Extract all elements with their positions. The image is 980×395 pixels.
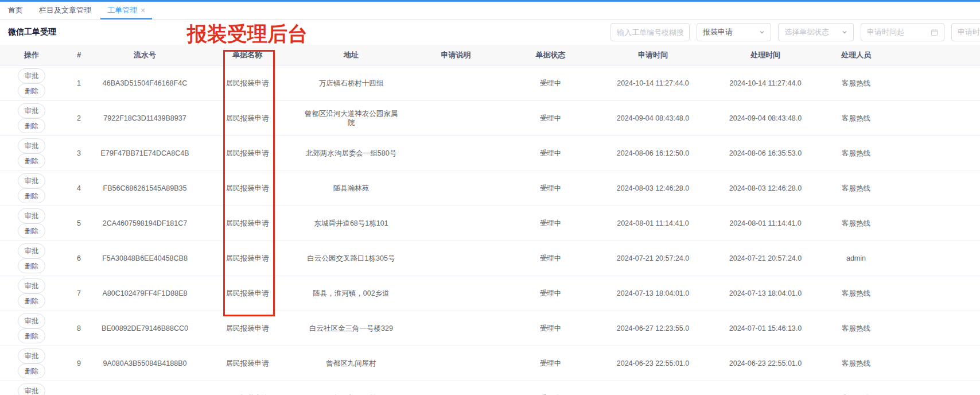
- cell-handler: 客服热线: [817, 65, 895, 100]
- cell-filler: [895, 206, 980, 241]
- cell-address: 东城舜井道68号1栋101: [300, 206, 403, 241]
- cell-index: 9: [63, 346, 95, 381]
- delete-button[interactable]: 删除: [18, 188, 45, 203]
- delete-button[interactable]: 删除: [18, 293, 45, 308]
- tab-home[interactable]: 首页: [0, 2, 31, 19]
- col-header-address: 地址: [300, 45, 403, 65]
- cell-index: 1: [63, 65, 95, 100]
- cell-apply-time: 2024-08-06 16:12:50.0: [592, 135, 714, 171]
- cell-process-time: 2024-09-04 08:43:48.0: [714, 100, 817, 135]
- cell-apply-time: 2024-06-27 12:23:55.0: [592, 311, 714, 346]
- table-header-row: 操作 # 流水号 单据名称 地址 申请说明 单据状态 申请时间 处理时间 处理人…: [0, 45, 980, 65]
- cell-description: [403, 171, 509, 206]
- delete-button[interactable]: 删除: [18, 223, 45, 238]
- doc-type-select-value: 报装申请: [703, 27, 733, 37]
- cell-process-time: 2024-06-23 22:55:01.0: [714, 346, 817, 381]
- cell-description: [403, 241, 509, 276]
- cell-process-time: 2024-08-06 16:35:53.0: [714, 135, 817, 171]
- cell-filler: [895, 311, 980, 346]
- table-row: 审批删除 7 A80C102479FF4F1D88E8 居民报装申请 随县，淮河…: [0, 276, 980, 311]
- cell-status: 受理中: [509, 381, 592, 395]
- cell-filler: [895, 241, 980, 276]
- cell-doc-name: 居民报装申请: [195, 135, 300, 171]
- cell-process-time: 2024-10-14 11:27:44.0: [714, 65, 817, 100]
- cell-description: [403, 100, 509, 135]
- cell-doc-name: 居民报装申请: [195, 100, 300, 135]
- cell-description: [403, 135, 509, 171]
- cell-apply-time: 2024-06-23 22:55:01.0: [592, 346, 714, 381]
- cell-index: 5: [63, 206, 95, 241]
- table-row: 审批删除 2 7922F18C3D11439B8937 居民报装申请 曾都区沿河…: [0, 100, 980, 135]
- tab-bar: 首页 栏目及文章管理 工单管理 ×: [0, 2, 980, 20]
- cell-description: [403, 65, 509, 100]
- approve-button[interactable]: 审批: [18, 313, 45, 328]
- approve-button[interactable]: 审批: [18, 68, 45, 83]
- cell-process-time: 2024-07-13 18:04:01.0: [714, 276, 817, 311]
- delete-button[interactable]: 删除: [18, 118, 45, 133]
- cell-process-time: 2024-07-01 15:46:13.0: [714, 311, 817, 346]
- cell-index: 4: [63, 171, 95, 206]
- table-row: 审批删除 9 9A080A3B55084B4188B0 居民报装申请 曾都区九间…: [0, 346, 980, 381]
- delete-button[interactable]: 删除: [18, 258, 45, 273]
- approve-button[interactable]: 审批: [18, 173, 45, 188]
- cell-doc-name: 居民报装申请: [195, 65, 300, 100]
- cell-index: 2: [63, 100, 95, 135]
- work-orders-table: 操作 # 流水号 单据名称 地址 申请说明 单据状态 申请时间 处理时间 处理人…: [0, 45, 980, 395]
- cell-doc-name: 居民报装申请: [195, 241, 300, 276]
- cell-handler: 客服热线: [817, 171, 895, 206]
- cell-apply-time: 2024-06-23 22:47:29.0: [592, 381, 714, 395]
- apply-date-end-input[interactable]: 申请时间止: [951, 23, 980, 41]
- approve-button[interactable]: 审批: [18, 138, 45, 153]
- approve-button[interactable]: 审批: [18, 243, 45, 258]
- approve-button[interactable]: 审批: [18, 348, 45, 363]
- approve-button[interactable]: 审批: [18, 103, 45, 118]
- apply-date-start-input[interactable]: 申请时间起: [861, 23, 944, 41]
- cell-index: 7: [63, 276, 95, 311]
- cell-doc-name: 居民报装申请: [195, 276, 300, 311]
- page-title: 微信工单受理: [8, 27, 56, 37]
- tab-work-orders[interactable]: 工单管理 ×: [99, 2, 153, 19]
- order-number-search-field[interactable]: [617, 28, 683, 37]
- cell-address: 北郊两水沟居委会一组580号: [300, 135, 403, 171]
- delete-button[interactable]: 删除: [18, 153, 45, 168]
- cell-index: 8: [63, 311, 95, 346]
- order-number-search-input[interactable]: [610, 23, 690, 41]
- close-icon[interactable]: ×: [141, 6, 145, 14]
- delete-button[interactable]: 删除: [18, 363, 45, 378]
- doc-type-select[interactable]: 报装申请: [697, 23, 771, 41]
- cell-operations: 审批删除: [0, 100, 63, 135]
- cell-handler: 客服热线: [817, 135, 895, 171]
- col-header-filler: [895, 45, 980, 65]
- delete-button[interactable]: 删除: [18, 83, 45, 98]
- delete-button[interactable]: 删除: [18, 328, 45, 343]
- approve-button[interactable]: 审批: [18, 278, 45, 293]
- approve-button[interactable]: 审批: [18, 384, 45, 395]
- col-header-apply-time: 申请时间: [592, 45, 714, 65]
- cell-doc-name: 居民报装申请: [195, 311, 300, 346]
- cell-filler: [895, 381, 980, 395]
- approve-button[interactable]: 审批: [18, 208, 45, 223]
- cell-index: 10: [63, 381, 95, 395]
- doc-status-select[interactable]: 选择单据状态: [778, 23, 854, 41]
- cell-filler: [895, 135, 980, 171]
- cell-filler: [895, 65, 980, 100]
- doc-status-select-placeholder: 选择单据状态: [784, 27, 829, 37]
- filter-bar: 报装申请 选择单据状态 申请时间起 申请时间止: [610, 23, 980, 41]
- tab-articles[interactable]: 栏目及文章管理: [31, 2, 99, 19]
- cell-status: 受理中: [509, 346, 592, 381]
- cell-serial: 7922F18C3D11439B8937: [95, 100, 195, 135]
- apply-date-end-placeholder: 申请时间止: [958, 27, 980, 37]
- cell-doc-name: 居民报装申请: [195, 171, 300, 206]
- cell-status: 受理中: [509, 206, 592, 241]
- col-header-index: #: [63, 45, 95, 65]
- page-header: 微信工单受理 报装申请 选择单据状态 申请时间起 申请时间止: [0, 20, 980, 45]
- table-row: 审批删除 4 FB56C686261545A89B35 居民报装申请 随县瀚林苑…: [0, 171, 980, 206]
- cell-serial: F5A30848B6EE40458CB8: [95, 241, 195, 276]
- table-row: 审批删除 8 BE00892DE79146B88CC0 居民报装申请 白云社区金…: [0, 311, 980, 346]
- col-header-status: 单据状态: [509, 45, 592, 65]
- col-header-handler: 处理人员: [817, 45, 895, 65]
- cell-operations: 审批删除: [0, 135, 63, 171]
- col-header-process-time: 处理时间: [714, 45, 817, 65]
- col-header-operation: 操作: [0, 45, 63, 65]
- cell-status: 受理中: [509, 171, 592, 206]
